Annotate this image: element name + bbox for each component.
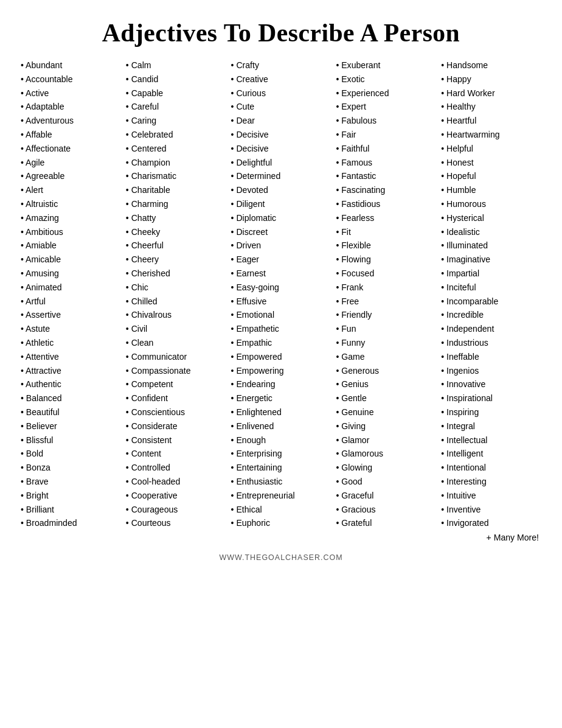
word-item: Earnest: [231, 267, 331, 281]
word-item: Cool-headed: [126, 475, 226, 489]
word-item: Chic: [126, 281, 226, 295]
word-item: Bonza: [21, 461, 121, 475]
word-item: Believer: [21, 419, 121, 433]
word-item: Courageous: [126, 503, 226, 517]
word-item: Authentic: [21, 377, 121, 391]
word-item: Intuitive: [441, 489, 541, 503]
word-item: Incredible: [441, 308, 541, 322]
word-item: Hopeful: [441, 169, 541, 183]
word-item: Adventurous: [21, 114, 121, 128]
word-item: Alert: [21, 183, 121, 197]
word-item: Empathic: [231, 336, 331, 350]
word-item: Independent: [441, 322, 541, 336]
word-item: Fascinating: [336, 183, 436, 197]
word-item: Eager: [231, 253, 331, 267]
word-item: Enlivened: [231, 419, 331, 433]
word-item: Fantastic: [336, 169, 436, 183]
word-item: Good: [336, 475, 436, 489]
word-item: Artful: [21, 295, 121, 309]
word-item: Creative: [231, 72, 331, 86]
word-item: Ingenios: [441, 364, 541, 378]
word-item: Affectionate: [21, 142, 121, 156]
many-more-label: + Many More!: [441, 533, 541, 542]
word-item: Attractive: [21, 364, 121, 378]
word-item: Interesting: [441, 475, 541, 489]
page-title: Adjectives To Describe A Person: [18, 18, 544, 47]
word-item: Gentle: [336, 391, 436, 405]
word-item: Fun: [336, 322, 436, 336]
word-item: Driven: [231, 239, 331, 253]
word-item: Helpful: [441, 142, 541, 156]
word-item: Careful: [126, 100, 226, 114]
word-item: Inciteful: [441, 281, 541, 295]
word-item: Calm: [126, 58, 226, 72]
word-item: Intellectual: [441, 433, 541, 447]
word-item: Cheeky: [126, 225, 226, 239]
word-item: Funny: [336, 336, 436, 350]
word-item: Clean: [126, 336, 226, 350]
word-item: Athletic: [21, 336, 121, 350]
word-item: Chivalrous: [126, 308, 226, 322]
word-item: Impartial: [441, 267, 541, 281]
word-item: Cute: [231, 100, 331, 114]
word-item: Expert: [336, 100, 436, 114]
word-item: Assertive: [21, 308, 121, 322]
word-item: Game: [336, 350, 436, 364]
word-item: Charismatic: [126, 169, 226, 183]
word-item: Conscientious: [126, 405, 226, 419]
word-item: Empowering: [231, 364, 331, 378]
word-item: Inventive: [441, 503, 541, 517]
word-item: Compassionate: [126, 364, 226, 378]
word-item: Delightful: [231, 156, 331, 170]
word-item: Beautiful: [21, 405, 121, 419]
word-item: Healthy: [441, 100, 541, 114]
word-item: Agile: [21, 156, 121, 170]
word-item: Emotional: [231, 308, 331, 322]
word-item: Crafty: [231, 58, 331, 72]
word-item: Brilliant: [21, 503, 121, 517]
word-item: Glowing: [336, 461, 436, 475]
word-item: Fit: [336, 225, 436, 239]
word-item: Friendly: [336, 308, 436, 322]
word-columns: AbundantAccountableActiveAdaptableAdvent…: [18, 58, 544, 542]
word-item: Enlightened: [231, 405, 331, 419]
word-item: Amicable: [21, 253, 121, 267]
word-item: Dear: [231, 114, 331, 128]
word-item: Balanced: [21, 391, 121, 405]
word-item: Flowing: [336, 253, 436, 267]
word-item: Brave: [21, 475, 121, 489]
word-item: Happy: [441, 72, 541, 86]
word-item: Bold: [21, 447, 121, 461]
word-item: Graceful: [336, 489, 436, 503]
word-item: Chilled: [126, 295, 226, 309]
word-item: Imaginative: [441, 253, 541, 267]
word-item: Giving: [336, 419, 436, 433]
word-item: Amusing: [21, 267, 121, 281]
word-item: Capable: [126, 86, 226, 100]
word-item: Charitable: [126, 183, 226, 197]
word-item: Amiable: [21, 239, 121, 253]
word-item: Easy-going: [231, 281, 331, 295]
word-item: Adaptable: [21, 100, 121, 114]
word-item: Centered: [126, 142, 226, 156]
word-item: Discreet: [231, 225, 331, 239]
word-item: Free: [336, 295, 436, 309]
word-item: Heartwarming: [441, 128, 541, 142]
word-item: Glamorous: [336, 447, 436, 461]
word-item: Euphoric: [231, 516, 331, 530]
word-item: Incomparable: [441, 295, 541, 309]
word-item: Gracious: [336, 503, 436, 517]
word-column-5: HandsomeHappyHard WorkerHealthyHeartfulH…: [439, 58, 544, 542]
footer-url: WWW.THEGOALCHASER.COM: [18, 553, 544, 562]
word-item: Agreeable: [21, 169, 121, 183]
word-item: Generous: [336, 364, 436, 378]
word-item: Inspiring: [441, 405, 541, 419]
word-item: Effusive: [231, 295, 331, 309]
word-item: Devoted: [231, 183, 331, 197]
word-item: Cheery: [126, 253, 226, 267]
word-item: Attentive: [21, 350, 121, 364]
word-item: Invigorated: [441, 516, 541, 530]
word-item: Humble: [441, 183, 541, 197]
word-item: Empathetic: [231, 322, 331, 336]
word-item: Famous: [336, 156, 436, 170]
